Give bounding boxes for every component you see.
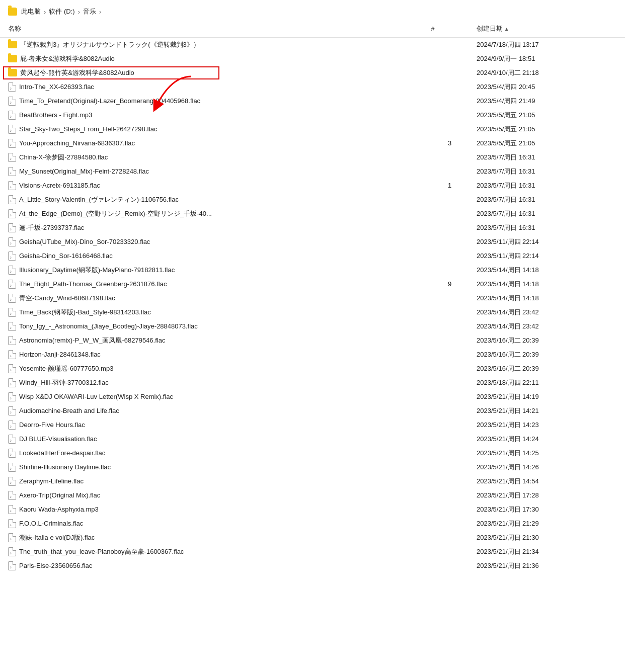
table-row[interactable]: Shirfine-Illusionary Daytime.flac2023/5/…	[0, 460, 625, 474]
audio-file-icon	[8, 378, 16, 387]
file-number	[427, 418, 473, 432]
table-row[interactable]: My_Sunset(Original_Mix)-Feint-2728248.fl…	[0, 164, 625, 179]
file-name: Intro-The_XX-626393.flac	[19, 83, 94, 91]
table-row[interactable]: The_Right_Path-Thomas_Greenberg-2631876.…	[0, 277, 625, 291]
table-row[interactable]: China-X-徐梦圆-27894580.flac2023/5/7/周日 16:…	[0, 150, 625, 164]
breadcrumb-folder-icon	[8, 8, 17, 16]
file-number	[427, 404, 473, 418]
file-date: 2023/5/14/周日 14:18	[473, 277, 625, 291]
table-row[interactable]: Visions-Acreix-6913185.flac12023/5/7/周日 …	[0, 179, 625, 193]
audio-file-icon	[8, 463, 16, 472]
file-date: 2023/5/21/周日 21:34	[473, 545, 625, 559]
file-number	[427, 460, 473, 474]
folder-icon	[8, 41, 17, 48]
breadcrumb-item-drive[interactable]: 软件 (D:)	[49, 7, 74, 16]
file-number	[427, 488, 473, 502]
table-row[interactable]: 黄风起兮-熊竹英&游戏科学&8082Audio2024/9/10/周二 21:1…	[0, 66, 625, 80]
table-row[interactable]: DJ BLUE-Visualisation.flac2023/5/21/周日 1…	[0, 432, 625, 446]
table-row[interactable]: Illusionary_Daytime(钢琴版)-MayPiano-791828…	[0, 263, 625, 277]
audio-file-icon	[8, 82, 16, 92]
col-header-number[interactable]: #	[427, 21, 473, 38]
audio-file-icon	[8, 547, 16, 556]
table-row[interactable]: Tony_Igy_-_Astronomia_(Jiaye_Bootleg)-Ji…	[0, 319, 625, 333]
table-row[interactable]: Zeraphym-Lifeline.flac2023/5/21/周日 14:54	[0, 474, 625, 488]
table-row[interactable]: Time_Back(钢琴版)-Bad_Style-98314203.flac20…	[0, 305, 625, 319]
file-date: 2023/5/7/周日 16:31	[473, 221, 625, 235]
audio-file-icon	[8, 266, 16, 275]
table-row[interactable]: BeatBrothers - Fight.mp32023/5/5/周五 21:0…	[0, 108, 625, 122]
audio-file-icon	[8, 435, 16, 444]
breadcrumb: 此电脑 › 软件 (D:) › 音乐 ›	[0, 0, 625, 21]
file-number	[427, 80, 473, 94]
folder-icon	[8, 55, 17, 62]
audio-file-icon	[8, 111, 16, 120]
audio-file-icon	[8, 392, 16, 401]
table-row[interactable]: 『逆転裁判3』オリジナルサウンドトラック(《逆转裁判3》）2024/7/18/周…	[0, 38, 625, 52]
audio-file-icon	[8, 97, 16, 106]
table-row[interactable]: At_the_Edge_(Demo)_(空野リンジ_Remix)-空野リンジ_千…	[0, 207, 625, 221]
table-row[interactable]: Wisp X&DJ OKAWARI-Luv Letter(Wisp X Remi…	[0, 390, 625, 404]
file-name: DJ BLUE-Visualisation.flac	[19, 435, 97, 443]
table-row[interactable]: Astronomia(remix)-P_W_W_画凤凰-68279546.fla…	[0, 333, 625, 348]
breadcrumb-item-computer[interactable]: 此电脑	[21, 7, 41, 16]
table-row[interactable]: Deorro-Five Hours.flac2023/5/21/周日 14:23	[0, 418, 625, 432]
table-row[interactable]: Time_To_Pretend(Original)-Lazer_Boomeran…	[0, 94, 625, 108]
file-name: 青空-Candy_Wind-68687198.flac	[19, 294, 115, 303]
file-number	[427, 291, 473, 305]
file-number: 3	[427, 136, 473, 150]
file-date: 2023/5/21/周日 21:30	[473, 531, 625, 545]
file-name: Geisha(UTube_Mix)-Dino_Sor-70233320.flac	[19, 238, 150, 245]
file-date: 2024/9/10/周二 21:18	[473, 66, 625, 80]
file-name: Wisp X&DJ OKAWARI-Luv Letter(Wisp X Remi…	[19, 393, 173, 400]
table-row[interactable]: Geisha(UTube_Mix)-Dino_Sor-70233320.flac…	[0, 235, 625, 249]
file-name: 逦-千坂-27393737.flac	[19, 223, 84, 232]
file-name: Star_Sky-Two_Steps_From_Hell-26427298.fl…	[19, 125, 158, 133]
file-name: 『逆転裁判3』オリジナルサウンドトラック(《逆转裁判3》）	[20, 40, 200, 49]
file-number	[427, 305, 473, 319]
table-row[interactable]: Axero-Trip(Original Mix).flac2023/5/21/周…	[0, 488, 625, 502]
audio-file-icon	[8, 350, 16, 359]
table-row[interactable]: 潮妹-Italia e voi(DJ版).flac2023/5/21/周日 21…	[0, 531, 625, 545]
audio-file-icon	[8, 237, 16, 246]
table-row[interactable]: Star_Sky-Two_Steps_From_Hell-26427298.fl…	[0, 122, 625, 136]
file-name: Time_To_Pretend(Original)-Lazer_Boomeran…	[19, 97, 200, 105]
file-name: The_Right_Path-Thomas_Greenberg-2631876.…	[19, 280, 167, 288]
col-header-date[interactable]: 创建日期	[473, 21, 625, 38]
file-date: 2023/5/21/周日 14:26	[473, 460, 625, 474]
table-row[interactable]: Intro-The_XX-626393.flac2023/5/4/周四 20:4…	[0, 80, 625, 94]
table-row[interactable]: A_Little_Story-Valentin_(ヴァレンティン)-110675…	[0, 193, 625, 207]
audio-file-icon	[8, 209, 16, 218]
file-date: 2023/5/4/周四 21:49	[473, 94, 625, 108]
table-row[interactable]: Audiomachine-Breath and Life.flac2023/5/…	[0, 404, 625, 418]
breadcrumb-sep-1: ›	[44, 8, 46, 16]
file-name: Yosemite-颜瑾瑶-60777650.mp3	[19, 364, 113, 373]
audio-file-icon	[8, 153, 16, 162]
audio-file-icon	[8, 223, 16, 232]
table-row[interactable]: F.O.O.L-Criminals.flac2023/5/21/周日 21:29	[0, 517, 625, 531]
table-row[interactable]: 逦-千坂-27393737.flac2023/5/7/周日 16:31	[0, 221, 625, 235]
file-number	[427, 249, 473, 263]
file-date: 2023/5/21/周日 21:36	[473, 559, 625, 573]
table-row[interactable]: Horizon-Janji-28461348.flac2023/5/16/周二 …	[0, 348, 625, 362]
table-row[interactable]: The_truth_that_you_leave-Pianoboy高至豪-160…	[0, 545, 625, 559]
audio-file-icon	[8, 491, 16, 500]
file-name: 屁-者来女&游戏科学&8082Audio	[20, 54, 115, 63]
table-row[interactable]: Paris-Else-23560656.flac2023/5/21/周日 21:…	[0, 559, 625, 573]
file-date: 2023/5/14/周日 23:42	[473, 319, 625, 333]
table-row[interactable]: You-Approaching_Nirvana-6836307.flac3202…	[0, 136, 625, 150]
table-row[interactable]: Kaoru Wada-Asphyxia.mp32023/5/21/周日 17:3…	[0, 502, 625, 517]
file-name: Paris-Else-23560656.flac	[19, 562, 92, 569]
file-name: The_truth_that_you_leave-Pianoboy高至豪-160…	[19, 547, 184, 556]
audio-file-icon	[8, 195, 16, 204]
file-date: 2023/5/7/周日 16:31	[473, 150, 625, 164]
table-row[interactable]: Windy_Hill-羽钟-37700312.flac2023/5/18/周四 …	[0, 376, 625, 390]
table-row[interactable]: 青空-Candy_Wind-68687198.flac2023/5/14/周日 …	[0, 291, 625, 305]
table-row[interactable]: LookedatHerFore-despair.flac2023/5/21/周日…	[0, 446, 625, 460]
breadcrumb-item-music[interactable]: 音乐	[83, 7, 96, 16]
col-header-name[interactable]: 名称	[0, 21, 427, 38]
table-row[interactable]: Yosemite-颜瑾瑶-60777650.mp32023/5/16/周二 20…	[0, 362, 625, 376]
table-row[interactable]: 屁-者来女&游戏科学&8082Audio2024/9/9/周一 18:51	[0, 52, 625, 66]
table-row[interactable]: Geisha-Dino_Sor-16166468.flac2023/5/11/周…	[0, 249, 625, 263]
file-date: 2023/5/11/周四 22:14	[473, 235, 625, 249]
file-date: 2023/5/7/周日 16:31	[473, 164, 625, 179]
